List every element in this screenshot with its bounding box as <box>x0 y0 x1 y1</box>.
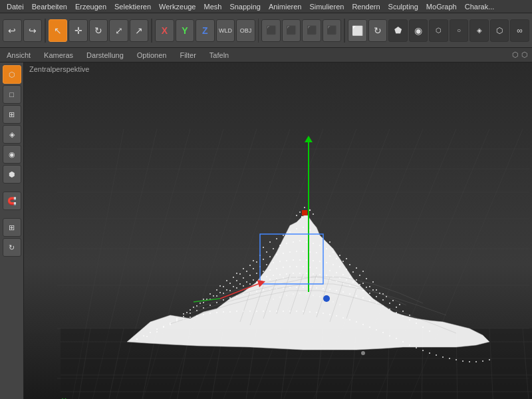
sidebar-sphere[interactable]: ◉ <box>3 145 21 164</box>
menu-erzeugen[interactable]: Erzeugen <box>71 1 110 12</box>
menu-animieren[interactable]: Animieren <box>265 1 306 12</box>
sidebar-magnet[interactable]: 🧲 <box>3 192 21 210</box>
svg-point-68 <box>306 241 307 243</box>
svg-point-244 <box>323 288 324 289</box>
svg-point-51 <box>283 235 284 236</box>
sidebar-world[interactable]: ⬡ <box>3 65 21 84</box>
menu-selektieren[interactable]: Selektieren <box>110 1 155 12</box>
camera-button[interactable]: ◉ <box>409 19 428 42</box>
svg-point-161 <box>279 274 281 275</box>
svg-point-187 <box>216 295 217 297</box>
deformer-button[interactable]: ⬡ <box>429 19 448 42</box>
svg-point-245 <box>329 289 331 290</box>
svg-point-226 <box>203 307 204 309</box>
svg-point-178 <box>392 300 394 301</box>
timeline-button[interactable]: ⬛ <box>323 19 342 42</box>
svg-point-166 <box>313 273 314 275</box>
menu-rendern[interactable]: Rendern <box>348 1 384 12</box>
view-icon-1[interactable]: ⬡ <box>512 51 519 59</box>
scale-tool-button[interactable]: ⤢ <box>109 19 128 42</box>
svg-point-148 <box>193 307 194 308</box>
menu-simulieren[interactable]: Simulieren <box>305 1 348 12</box>
sidebar-checker[interactable]: ⊞ <box>3 105 21 124</box>
menu-datei[interactable]: Datei <box>3 1 28 12</box>
view-ansicht[interactable]: Ansicht <box>4 50 33 61</box>
svg-point-212 <box>382 299 384 301</box>
axis-z-button[interactable]: Z <box>196 19 215 42</box>
playback-button[interactable]: ⬛ <box>282 19 301 42</box>
svg-point-195 <box>269 279 271 280</box>
light-button[interactable]: ⬟ <box>388 19 408 42</box>
svg-point-280 <box>256 311 257 312</box>
viewport[interactable]: Zentralperspektive <box>24 63 532 399</box>
view-darstellung[interactable]: Darstellung <box>84 50 126 61</box>
toolbar-separator-4 <box>344 19 345 43</box>
menu-werkzeuge[interactable]: Werkzeuge <box>155 1 200 12</box>
undo-button[interactable]: ↩ <box>3 19 22 42</box>
svg-point-118 <box>372 281 374 283</box>
axis-object-button[interactable]: OBJ <box>236 19 255 42</box>
keyframe-button[interactable]: ⬛ <box>302 19 321 42</box>
menu-sculpting[interactable]: Sculpting <box>384 1 422 12</box>
svg-point-144 <box>369 286 370 287</box>
menu-charak[interactable]: Charak... <box>461 1 499 12</box>
view-optionen[interactable]: Optionen <box>134 50 170 61</box>
svg-point-307 <box>436 354 437 356</box>
axis-x-button[interactable]: X <box>155 19 174 42</box>
svg-point-52 <box>289 231 291 233</box>
svg-point-174 <box>366 287 367 288</box>
svg-point-104 <box>279 261 281 262</box>
svg-point-71 <box>326 248 327 249</box>
svg-point-136 <box>316 267 317 269</box>
svg-point-60 <box>263 247 264 248</box>
svg-point-119 <box>219 285 221 287</box>
sidebar-material[interactable]: ◈ <box>3 125 21 144</box>
sidebar-box[interactable]: □ <box>3 85 21 104</box>
svg-point-180 <box>186 312 188 313</box>
material-button[interactable]: ◈ <box>469 19 489 42</box>
svg-point-316 <box>286 295 287 296</box>
svg-point-175 <box>372 289 374 291</box>
svg-point-129 <box>269 269 271 271</box>
main-area: ⬡ □ ⊞ ◈ ◉ ⬢ 🧲 ⊞ ↻ Zentralperspektive <box>0 63 532 399</box>
viewport-canvas: X Y <box>24 63 532 399</box>
menu-mesh[interactable]: Mesh <box>200 1 225 12</box>
view-icon-2[interactable]: ⬡ <box>521 51 528 59</box>
sphere-button[interactable]: ↻ <box>368 19 388 42</box>
view-filter[interactable]: Filter <box>177 50 198 61</box>
transform-tool-button[interactable]: ↗ <box>130 19 149 42</box>
svg-point-171 <box>346 279 347 281</box>
svg-point-236 <box>269 289 271 290</box>
move-tool-button[interactable]: ✛ <box>68 19 88 42</box>
svg-point-324 <box>266 301 267 303</box>
sidebar-grid2[interactable]: ⊞ <box>3 218 21 237</box>
svg-point-315 <box>489 359 490 360</box>
menu-snapping[interactable]: Snapping <box>225 1 265 12</box>
left-sidebar: ⬡ □ ⊞ ◈ ◉ ⬢ 🧲 ⊞ ↻ <box>0 63 24 399</box>
view-tafeln[interactable]: Tafeln <box>207 50 231 61</box>
svg-point-63 <box>273 248 274 249</box>
svg-point-93 <box>356 267 357 269</box>
sidebar-rotate2[interactable]: ↻ <box>3 238 21 257</box>
view-kameras[interactable]: Kameras <box>41 50 76 61</box>
cube-button[interactable]: ⬜ <box>348 19 367 42</box>
sidebar-object[interactable]: ⬢ <box>3 165 21 184</box>
redo-button[interactable]: ↪ <box>23 19 43 42</box>
record-button[interactable]: ⬛ <box>261 19 281 42</box>
rotate-tool-button[interactable]: ↻ <box>89 19 108 42</box>
render-button[interactable]: ∞ <box>510 19 529 42</box>
svg-point-318 <box>299 293 301 294</box>
menu-bearbeiten[interactable]: Bearbeiten <box>28 1 71 12</box>
svg-point-326 <box>332 301 334 303</box>
axis-world-button[interactable]: WLD <box>216 19 235 42</box>
svg-point-154 <box>233 286 234 287</box>
shader-button[interactable]: ⬡ <box>490 19 509 42</box>
select-tool-button[interactable]: ↖ <box>49 19 68 42</box>
svg-point-127 <box>256 273 257 274</box>
tag-button[interactable]: ○ <box>450 19 469 42</box>
svg-point-95 <box>236 273 237 274</box>
axis-y-button[interactable]: Y <box>176 19 195 42</box>
svg-point-138 <box>329 270 331 271</box>
svg-point-184 <box>196 305 198 307</box>
menu-mograph[interactable]: MoGraph <box>422 1 461 12</box>
